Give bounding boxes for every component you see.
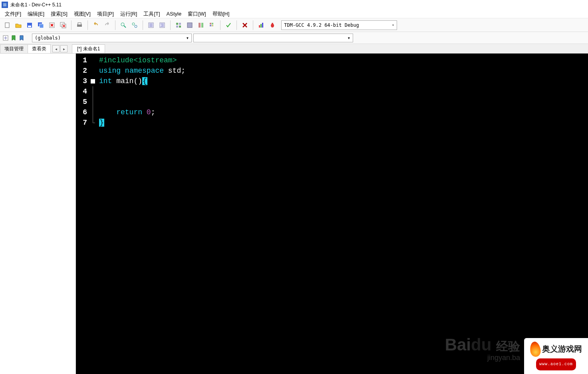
tab-project[interactable]: 项目管理 bbox=[0, 44, 28, 53]
chart-icon[interactable] bbox=[256, 20, 266, 30]
line-gutter: 1234567 bbox=[76, 54, 89, 374]
bookmark-add-icon[interactable] bbox=[10, 35, 17, 41]
svg-rect-2 bbox=[5, 23, 9, 28]
scope-select[interactable]: (globals) ▾ bbox=[32, 34, 192, 42]
menu-astyle[interactable]: AStyle bbox=[163, 10, 185, 18]
titlebar: 未命名1 - Dev-C++ 5.11 bbox=[0, 0, 588, 10]
scope-label: (globals) bbox=[35, 35, 61, 41]
open-file-icon[interactable] bbox=[14, 20, 23, 30]
print-icon[interactable] bbox=[75, 20, 84, 30]
watermark-suffix: 经验 bbox=[496, 340, 520, 353]
toolbar-separator bbox=[87, 20, 88, 30]
menu-window[interactable]: 窗口[W] bbox=[185, 10, 209, 18]
menu-help[interactable]: 帮助[H] bbox=[209, 10, 233, 18]
compiler-select[interactable]: TDM-GCC 4.9.2 64-bit Debug ▾ bbox=[281, 20, 397, 30]
bookmark-toggle-icon[interactable] bbox=[18, 35, 25, 41]
redo-icon[interactable] bbox=[102, 20, 112, 30]
window-title: 未命名1 - Dev-C++ 5.11 bbox=[10, 2, 62, 8]
svg-point-14 bbox=[135, 25, 137, 28]
watermark-brand: Bai bbox=[445, 335, 471, 354]
outdent-icon[interactable] bbox=[157, 20, 167, 30]
svg-rect-19 bbox=[176, 26, 178, 28]
menu-file[interactable]: 文件[F] bbox=[2, 10, 24, 18]
svg-rect-24 bbox=[210, 23, 211, 24]
menu-search[interactable]: 搜索[S] bbox=[48, 10, 71, 18]
close-all-icon[interactable] bbox=[58, 20, 68, 30]
toolbar-separator bbox=[253, 20, 253, 30]
menu-view[interactable]: 视图[V] bbox=[71, 10, 94, 18]
file-tabs: [*] 未命名1 bbox=[72, 44, 105, 53]
svg-point-13 bbox=[132, 23, 135, 25]
badge-title: 奥义游戏网 bbox=[542, 344, 582, 355]
svg-rect-29 bbox=[260, 24, 262, 28]
code-editor[interactable]: 1234567 #include<iostream>using namespac… bbox=[76, 54, 588, 374]
svg-rect-4 bbox=[28, 26, 31, 27]
svg-rect-11 bbox=[78, 23, 81, 25]
watermark-sub: jingyan.ba bbox=[445, 354, 520, 362]
svg-rect-20 bbox=[179, 26, 181, 28]
svg-point-12 bbox=[121, 23, 124, 26]
indent-icon[interactable] bbox=[146, 20, 156, 30]
tab-prev-button[interactable]: ◂ bbox=[52, 45, 60, 52]
compile-icon[interactable] bbox=[174, 20, 183, 30]
tabbar: 项目管理 查看类 ◂ ▸ [*] 未命名1 bbox=[0, 44, 588, 54]
main-area: 1234567 #include<iostream>using namespac… bbox=[0, 54, 588, 374]
second-toolbar: (globals) ▾ ▾ bbox=[0, 32, 588, 44]
menu-edit[interactable]: 编辑[E] bbox=[24, 10, 48, 18]
new-file-icon[interactable] bbox=[2, 20, 12, 30]
save-icon[interactable] bbox=[25, 20, 34, 30]
menu-run[interactable]: 运行[R] bbox=[117, 10, 141, 18]
find-icon[interactable] bbox=[119, 20, 128, 30]
toolbar-separator bbox=[220, 20, 220, 30]
fold-column bbox=[89, 54, 96, 374]
undo-icon[interactable] bbox=[91, 20, 101, 30]
debug-check-icon[interactable] bbox=[224, 20, 233, 30]
stop-icon[interactable] bbox=[240, 20, 250, 30]
toolbar-separator bbox=[71, 20, 72, 30]
svg-rect-18 bbox=[179, 23, 181, 25]
flame-icon bbox=[529, 341, 541, 357]
svg-rect-6 bbox=[40, 24, 44, 28]
site-badge: 奥义游戏网 www.aoe1.com bbox=[524, 338, 588, 374]
member-select[interactable]: ▾ bbox=[193, 34, 353, 42]
file-tab-unnamed1[interactable]: [*] 未命名1 bbox=[72, 44, 105, 53]
rebuild-icon[interactable] bbox=[207, 20, 217, 30]
run-icon[interactable] bbox=[185, 20, 195, 30]
compiler-selected-label: TDM-GCC 4.9.2 64-bit Debug bbox=[284, 22, 359, 28]
tab-classes[interactable]: 查看类 bbox=[28, 44, 51, 53]
bug-icon[interactable] bbox=[268, 20, 277, 30]
menu-project[interactable]: 项目[P] bbox=[94, 10, 117, 18]
goto-icon[interactable] bbox=[2, 35, 9, 41]
svg-point-32 bbox=[272, 23, 273, 24]
toolbar-separator bbox=[143, 20, 143, 30]
svg-rect-28 bbox=[259, 25, 260, 28]
compile-run-icon[interactable] bbox=[196, 20, 206, 30]
save-all-icon[interactable] bbox=[36, 20, 46, 30]
tab-next-button[interactable]: ▸ bbox=[60, 45, 68, 52]
svg-rect-23 bbox=[201, 23, 203, 28]
svg-rect-22 bbox=[199, 23, 201, 28]
replace-icon[interactable] bbox=[130, 20, 139, 30]
chevron-down-icon: ▾ bbox=[392, 23, 394, 27]
menubar: 文件[F] 编辑[E] 搜索[S] 视图[V] 项目[P] 运行[R] 工具[T… bbox=[0, 10, 588, 18]
svg-rect-17 bbox=[176, 23, 178, 25]
svg-rect-27 bbox=[212, 25, 213, 26]
menu-tools[interactable]: 工具[T] bbox=[140, 10, 163, 18]
watermark: Baidu 经验 jingyan.ba bbox=[445, 336, 520, 362]
close-file-icon[interactable] bbox=[47, 20, 57, 30]
class-view-panel[interactable] bbox=[0, 54, 76, 374]
app-icon bbox=[2, 2, 8, 8]
tab-nav: ◂ ▸ bbox=[52, 44, 68, 53]
toolbar-separator bbox=[170, 20, 171, 30]
code-content[interactable]: #include<iostream>using namespace std;in… bbox=[96, 54, 189, 374]
svg-rect-1 bbox=[3, 3, 6, 6]
svg-rect-25 bbox=[212, 23, 213, 24]
toolbar-separator bbox=[236, 20, 237, 30]
chevron-down-icon: ▾ bbox=[348, 35, 350, 41]
toolbar-separator bbox=[115, 20, 115, 30]
badge-url: www.aoe1.com bbox=[536, 358, 576, 370]
toolbar: TDM-GCC 4.9.2 64-bit Debug ▾ bbox=[0, 18, 588, 32]
svg-rect-26 bbox=[210, 25, 211, 26]
panel-tabs: 项目管理 查看类 bbox=[0, 44, 50, 53]
chevron-down-icon: ▾ bbox=[186, 35, 189, 41]
